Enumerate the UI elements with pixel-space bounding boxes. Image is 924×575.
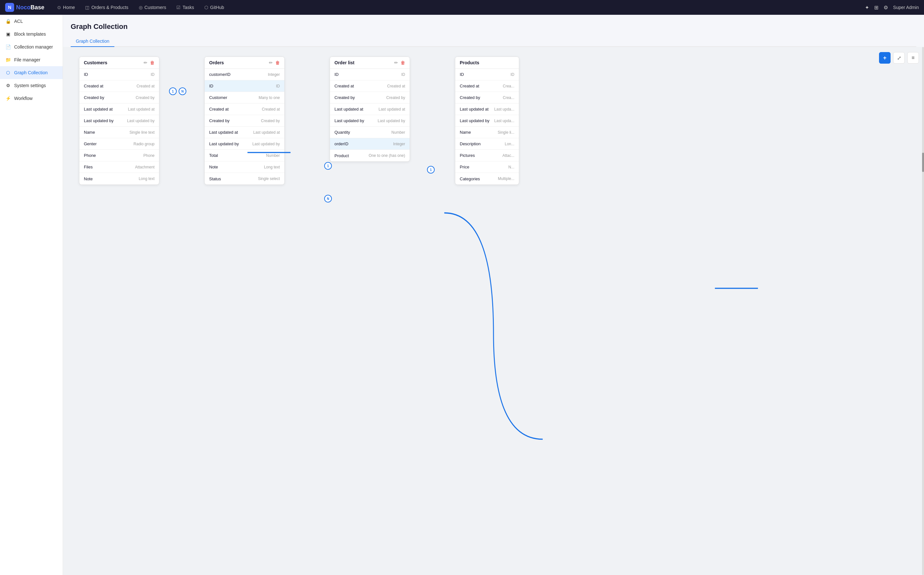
orders-delete-button[interactable]: 🗑 [275, 60, 280, 65]
system-settings-icon: ⚙ [5, 83, 11, 88]
user-menu[interactable]: Super Admin [893, 5, 919, 10]
logo[interactable]: N NocoBase [5, 3, 44, 12]
table-row: Created atCreated at [330, 80, 410, 92]
table-row: NoteLong text [204, 161, 284, 173]
table-row: IDID [79, 69, 159, 80]
table-row: Created atCrea... [455, 80, 519, 92]
orders-edit-button[interactable]: ✏ [269, 60, 273, 65]
relation-node-1b: 1 [324, 162, 332, 170]
table-row: CustomerMany to one [204, 92, 284, 103]
table-row: IDID [455, 69, 519, 80]
table-row: GenterRadio group [79, 138, 159, 150]
apps-icon[interactable]: ⊞ [874, 5, 878, 11]
table-row: PicturesAttac... [455, 150, 519, 161]
pin-icon[interactable]: ✦ [865, 5, 869, 11]
table-row: Last updated byLast updated by [330, 115, 410, 127]
home-icon: ⊙ [57, 5, 61, 10]
customers-card-header: Customers ✏ 🗑 [79, 57, 159, 69]
table-row: Last updated atLast updated at [204, 127, 284, 138]
table-row: Created byCrea... [455, 92, 519, 103]
collections-container: Customers ✏ 🗑 IDID Created atCreated at … [63, 47, 922, 575]
table-row: PriceN... [455, 161, 519, 173]
table-row: IDID [204, 80, 284, 92]
tab-graph-collection[interactable]: Graph Collection [71, 36, 114, 47]
orders-icon: ◫ [85, 5, 89, 10]
graph-canvas[interactable]: 1 N 1 N 1 + ⤢ ≡ Customers ✏ 🗑 IDID [63, 47, 924, 575]
table-row: StatusSingle select [204, 173, 284, 184]
table-row: PhonePhone [79, 150, 159, 161]
menu-button[interactable]: ≡ [907, 52, 919, 64]
orders-card-header: Orders ✏ 🗑 [204, 57, 284, 69]
sidebar-item-file-manager[interactable]: 📁 File manager [0, 53, 63, 66]
nav-right: ✦ ⊞ ⚙ Super Admin [865, 5, 919, 11]
table-row: Last updated byLast updated by [79, 115, 159, 127]
sidebar-item-system-settings[interactable]: ⚙ System settings [0, 79, 63, 92]
logo-icon: N [5, 3, 14, 12]
table-row: Last updated atLast updated at [330, 103, 410, 115]
customers-icon: ◎ [139, 5, 143, 10]
table-row: Last updated byLast updated by [204, 138, 284, 150]
table-row: NameSingle line text [79, 127, 159, 138]
vertical-scrollbar[interactable] [922, 47, 924, 575]
customers-title: Customers [84, 60, 144, 65]
table-row: Last updated byLast upda... [455, 115, 519, 127]
order-list-edit-button[interactable]: ✏ [394, 60, 398, 65]
fit-view-button[interactable]: ⤢ [893, 52, 905, 64]
sidebar-item-block-templates[interactable]: ▣ Block templates [0, 28, 63, 40]
table-row: DescriptionLon... [455, 138, 519, 150]
nav-items: ⊙ Home ◫ Orders & Products ◎ Customers ☑… [52, 0, 865, 15]
graph-toolbar: + ⤢ ≡ [879, 52, 919, 64]
sidebar-item-graph-collection[interactable]: ⬡ Graph Collection [0, 66, 63, 79]
table-row: CategoriesMultiple... [455, 173, 519, 184]
table-row: NoteLong text [79, 173, 159, 184]
nav-tasks[interactable]: ☑ Tasks [171, 0, 199, 15]
nav-home[interactable]: ⊙ Home [52, 0, 80, 15]
order-list-card-header: Order list ✏ 🗑 [330, 57, 410, 69]
customers-edit-button[interactable]: ✏ [144, 60, 147, 65]
sidebar-item-collection-manager[interactable]: 📄 Collection manager [0, 40, 63, 53]
add-collection-button[interactable]: + [879, 52, 891, 64]
order-list-title: Order list [334, 60, 394, 65]
collection-manager-icon: 📄 [5, 44, 11, 49]
collection-card-products: Products IDID Created atCrea... Created … [455, 57, 519, 185]
collection-card-order-list: Order list ✏ 🗑 IDID Created atCreated at… [330, 57, 410, 162]
file-manager-icon: 📁 [5, 57, 11, 62]
table-row: orderIDInteger [330, 138, 410, 150]
main-content: Graph Collection Graph Collection 1 N 1 … [63, 15, 924, 575]
nav-orders-products[interactable]: ◫ Orders & Products [80, 0, 133, 15]
nav-github[interactable]: ⬡ GitHub [199, 0, 230, 15]
sidebar: 🔒 ACL ▣ Block templates 📄 Collection man… [0, 15, 63, 575]
table-row: Last updated atLast updated at [79, 103, 159, 115]
table-row: ProductOne to one (has one) [330, 150, 410, 161]
github-icon: ⬡ [204, 5, 208, 10]
table-row: NameSingle li... [455, 127, 519, 138]
orders-title: Orders [209, 60, 269, 65]
sidebar-item-workflow[interactable]: ⚡ Workflow [0, 92, 63, 105]
order-list-actions: ✏ 🗑 [394, 60, 405, 65]
relation-node-1: 1 [169, 87, 177, 95]
graph-collection-icon: ⬡ [5, 70, 11, 75]
table-row: Last updated atLast upda... [455, 103, 519, 115]
table-row: customerIDInteger [204, 69, 284, 80]
nav-customers[interactable]: ◎ Customers [134, 0, 171, 15]
orders-actions: ✏ 🗑 [269, 60, 280, 65]
relation-node-n: N [179, 87, 186, 95]
table-row: QuantityNumber [330, 127, 410, 138]
sidebar-item-acl[interactable]: 🔒 ACL [0, 15, 63, 28]
products-title: Products [460, 60, 514, 65]
top-navigation: N NocoBase ⊙ Home ◫ Orders & Products ◎ … [0, 0, 924, 15]
settings-icon[interactable]: ⚙ [883, 5, 888, 11]
scrollbar-thumb[interactable] [922, 152, 924, 172]
relation-node-1c: 1 [427, 166, 435, 173]
table-row: FilesAttachment [79, 161, 159, 173]
tasks-icon: ☑ [176, 5, 181, 10]
acl-icon: 🔒 [5, 19, 11, 24]
table-row: TotalNumber [204, 150, 284, 161]
table-row: IDID [330, 69, 410, 80]
collection-card-orders: Orders ✏ 🗑 customerIDInteger IDID Custom… [204, 57, 285, 185]
workflow-icon: ⚡ [5, 96, 11, 101]
products-card-header: Products [455, 57, 519, 69]
page-title: Graph Collection [71, 22, 916, 31]
order-list-delete-button[interactable]: 🗑 [401, 60, 405, 65]
customers-delete-button[interactable]: 🗑 [150, 60, 155, 65]
